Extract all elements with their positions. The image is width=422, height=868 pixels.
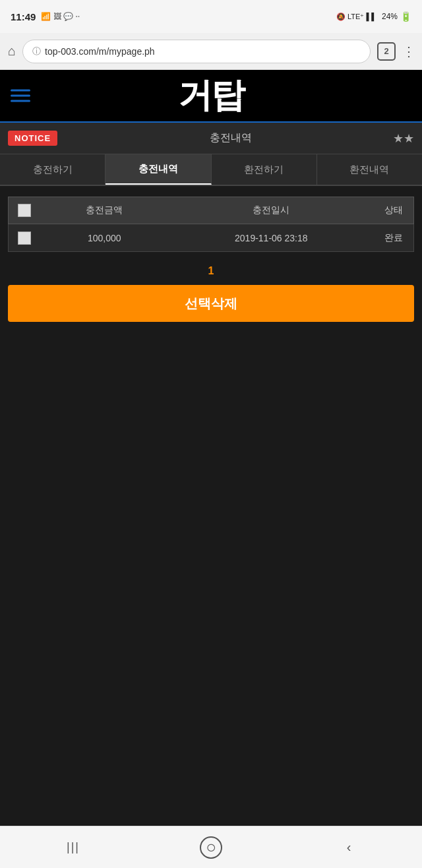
status-icons-left: 📶 🖼 💬 ·· (41, 12, 80, 21)
table-container: 충전금액 충전일시 상태 100,000 2019-11-06 23:18 완료 (0, 186, 422, 257)
tab-withdraw[interactable]: 환전하기 (212, 154, 317, 185)
header-check-col (9, 204, 40, 217)
status-right-icons: 🔕 LTE⁺ ▌▌ 24% 🔋 (336, 11, 411, 22)
row-checkbox[interactable] (18, 232, 31, 245)
notice-badge[interactable]: NOTICE (8, 131, 57, 146)
current-page[interactable]: 1 (208, 265, 214, 277)
header-checkbox[interactable] (18, 204, 31, 217)
bottom-nav: ||| ○ ‹ (0, 826, 422, 868)
header-status: 상태 (374, 204, 413, 216)
url-text: top-003.com/m/mypage.ph (45, 46, 155, 57)
url-bar[interactable]: ⓘ top-003.com/m/mypage.ph (22, 40, 371, 63)
status-bar: 11:49 📶 🖼 💬 ·· 🔕 LTE⁺ ▌▌ 24% 🔋 (0, 0, 422, 33)
row-date: 2019-11-06 23:18 (169, 233, 374, 243)
status-time: 11:49 📶 🖼 💬 ·· (11, 11, 80, 22)
app-header: 거탑 (0, 70, 422, 123)
tab-withdraw-history[interactable]: 환전내역 (317, 154, 422, 185)
info-icon: ⓘ (32, 46, 41, 57)
battery-display: 24% (382, 12, 398, 21)
bottom-nav-back[interactable]: ‹ (329, 834, 369, 861)
bottom-nav-home[interactable]: ○ (200, 836, 222, 859)
home-icon[interactable]: ⌂ (8, 44, 16, 59)
hamburger-line-2 (11, 95, 30, 97)
notice-title: 충전내역 (68, 131, 393, 145)
battery-icon: 🔋 (400, 11, 411, 22)
header-amount: 충전금액 (40, 204, 169, 216)
header-date: 충전일시 (169, 204, 374, 216)
app-logo-title: 거탑 (178, 73, 244, 119)
time-display: 11:49 (11, 11, 36, 22)
pagination: 1 (0, 257, 422, 285)
row-status: 완료 (374, 232, 413, 244)
signal-icon: 🔕 LTE⁺ ▌▌ (336, 13, 377, 21)
table-header-row: 충전금액 충전일시 상태 (8, 197, 414, 224)
tab-charge[interactable]: 충전하기 (0, 154, 106, 185)
delete-selected-button[interactable]: 선택삭제 (8, 285, 414, 322)
notice-stars: ★★ (393, 131, 414, 146)
row-check-col (9, 232, 40, 245)
bottom-nav-menu[interactable]: ||| (53, 834, 93, 861)
browser-bar: ⌂ ⓘ top-003.com/m/mypage.ph 2 ⋮ (0, 33, 422, 70)
table-row: 100,000 2019-11-06 23:18 완료 (8, 224, 414, 252)
row-amount: 100,000 (40, 233, 169, 243)
hamburger-menu[interactable] (11, 90, 30, 102)
tabs-bar: 충전하기 충전내역 환전하기 환전내역 (0, 154, 422, 186)
hamburger-line-1 (11, 90, 30, 92)
tab-count[interactable]: 2 (377, 42, 396, 61)
home-circle-icon: ○ (206, 837, 216, 857)
notice-bar: NOTICE 충전내역 ★★ (0, 123, 422, 154)
tab-charge-history[interactable]: 충전내역 (106, 154, 211, 185)
menu-lines-icon: ||| (67, 840, 80, 854)
browser-menu-icon[interactable]: ⋮ (402, 44, 414, 59)
back-arrow-icon: ‹ (347, 840, 351, 855)
hamburger-line-3 (11, 100, 30, 102)
delete-btn-container: 선택삭제 (0, 285, 422, 322)
